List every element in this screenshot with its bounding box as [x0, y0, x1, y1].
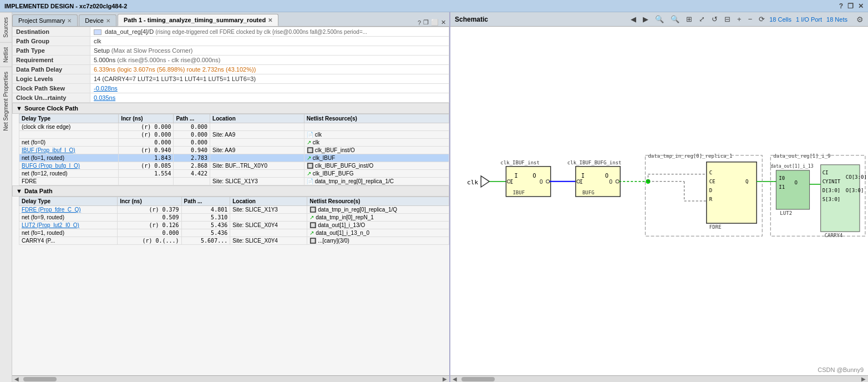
fdre-link[interactable]: FDRE (Prop_fdre_C_Q) [22, 207, 81, 213]
path-cell: 0.000 [174, 139, 210, 147]
ibuf-name-label: IBUF [512, 190, 525, 195]
nav-forward-button[interactable]: ▶ [641, 14, 651, 24]
col-netlist: Netlist Resource(s) [307, 197, 449, 206]
path-cell: 0.940 [174, 147, 210, 154]
chip-icon: 🔲 [309, 207, 316, 213]
fdre-ce-label: CE [709, 179, 715, 184]
reload-button[interactable]: ⟳ [757, 14, 767, 24]
carry4-s-label: S[3:0] [823, 197, 841, 202]
col-path: Path ... [181, 197, 230, 206]
prop-key-clock-uncertainty: Clock Un...rtainty [13, 93, 90, 103]
data-path-collapse-icon: ▼ [16, 188, 22, 194]
table-row: net (fo=0) 0.000 0.000 ↗clk [19, 139, 449, 147]
schematic-hscroll[interactable]: ◀ ▶ [450, 375, 868, 382]
sidebar-item-netlist[interactable]: Netlist [0, 42, 12, 67]
fit-view-button[interactable]: ⊞ [684, 14, 694, 24]
tab-maximize-button[interactable]: ⬜ [431, 19, 439, 26]
bufg-inst-label: clk_IBUF_BUFG_inst [567, 160, 622, 165]
carry4-d-label: D[3:0] [823, 188, 841, 193]
restore-button[interactable]: ❐ [847, 2, 854, 10]
close-button[interactable]: ✕ [858, 2, 864, 10]
nav-back-button[interactable]: ◀ [628, 14, 638, 24]
nets-info[interactable]: 18 Nets [826, 16, 847, 23]
sidebar-item-sources[interactable]: Sources [0, 12, 12, 42]
schematic-toolbar: ◀ ▶ 🔍 🔍 ⊞ ⤢ ↺ ⊟ + − ⟳ 18 Cells 1 I/O Por… [628, 14, 864, 24]
arrow-icon: ↗ [307, 155, 311, 161]
sch-scroll-thumb[interactable] [461, 377, 495, 381]
settings-button[interactable]: ⚙ [856, 15, 864, 24]
properties-table: Destination data_out_reg[4]/D (rising ed… [12, 27, 449, 103]
data-path-section-header[interactable]: ▼ Data Path [12, 185, 449, 197]
path-cell: 4.801 [181, 206, 230, 214]
scroll-right-btn[interactable]: ▶ [440, 376, 449, 382]
schematic-canvas[interactable]: clk I O IBUF clk_IBUF_inst [450, 27, 868, 375]
carry4-cyinit-label: CYINIT [823, 179, 841, 184]
location-cell [210, 154, 304, 162]
prop-val-path-group: clk [90, 37, 449, 46]
chip-icon: 🔲 [307, 147, 313, 153]
carry4-co-label: CO[3:0] [846, 174, 867, 180]
sch-scroll-right[interactable]: ▶ [859, 376, 868, 382]
table-row: FDRE (Prop_fdre_C_Q) (r) 0.379 4.801 Sit… [19, 206, 449, 214]
path-cell: 0.000 [174, 131, 210, 139]
tab-close-panel-button[interactable]: ✕ [441, 19, 446, 26]
delay-type-cell: net (fo=0) [19, 139, 119, 147]
fdre-r-label: R [709, 197, 713, 202]
delay-type-cell: CARRY4 (P... [19, 237, 118, 245]
right-panel: Schematic ◀ ▶ 🔍 🔍 ⊞ ⤢ ↺ ⊟ + − ⟳ 18 Cells… [450, 12, 868, 382]
incr-cell: 1.554 [119, 170, 174, 178]
path-cell: 5.436 [181, 222, 230, 229]
clock-skew-link[interactable]: -0.028ns [94, 85, 118, 92]
tab-help-button[interactable]: ? [418, 19, 421, 26]
minus-button[interactable]: − [746, 14, 755, 24]
col-location: Location [210, 114, 304, 123]
lut2-link[interactable]: LUT2 (Prop_lut2_I0_O) [22, 222, 79, 228]
horizontal-scrollbar[interactable]: ◀ ▶ [12, 375, 449, 382]
ibuf-link[interactable]: IBUF (Prop_ibuf_I_O) [22, 147, 75, 153]
incr-cell: 0.000 [119, 139, 174, 147]
bufg-link[interactable]: BUFG (Prop_bufg_I_O) [22, 163, 80, 169]
sch-scroll-left[interactable]: ◀ [450, 376, 459, 382]
incr-cell: (r) 0.126 [118, 222, 181, 229]
io-port-info[interactable]: 1 I/O Port [796, 16, 822, 23]
netlist-cell: 🔲clk_IBUF_inst/O [304, 147, 449, 154]
sidebar-item-net-segment[interactable]: Net Segment Properties [0, 67, 12, 135]
ibuf-inst-label: clk_IBUF_inst [500, 160, 540, 165]
scroll-left-btn[interactable]: ◀ [12, 376, 21, 382]
prop-val-clock-uncertainty: 0.035ns [90, 93, 449, 103]
chip-icon: 🔲 [309, 238, 316, 244]
expand-button[interactable]: ⤢ [697, 14, 707, 24]
netlist-cell: 📄clk [304, 131, 449, 139]
tab-close-device[interactable]: ✕ [106, 18, 110, 24]
refresh-button[interactable]: ↺ [709, 14, 720, 24]
tab-close-timing[interactable]: ✕ [268, 17, 272, 23]
delay-type-cell [19, 131, 119, 139]
path-cell: 4.422 [174, 170, 210, 178]
clock-uncertainty-link[interactable]: 0.035ns [94, 94, 115, 101]
table-row: net (fo=1, routed) 0.000 5.436 ↗data_out… [19, 229, 449, 237]
tab-project-summary[interactable]: Project Summary ✕ [12, 14, 78, 26]
source-clock-section-header[interactable]: ▼ Source Clock Path [12, 103, 449, 114]
align-button[interactable]: ⊟ [722, 14, 733, 24]
tab-close-project-summary[interactable]: ✕ [67, 18, 72, 24]
arrow-icon: ↗ [307, 139, 311, 145]
scroll-thumb[interactable] [23, 377, 57, 381]
fdre-inst-label: data_tmp_in_reg[0]_replica_1 [648, 153, 732, 159]
tab-restore-button[interactable]: ❐ [423, 19, 429, 26]
table-row: net (fo=12, routed) 1.554 4.422 ↗clk_IBU… [19, 170, 449, 178]
tab-device[interactable]: Device ✕ [79, 14, 116, 26]
prop-val-path-type: Setup (Max at Slow Process Corner) [90, 46, 449, 56]
plus-button[interactable]: + [735, 14, 744, 24]
tab-timing[interactable]: Path 1 - timing_analyze_timing_summary_r… [118, 14, 278, 26]
location-cell [210, 170, 304, 178]
timing-scroll-area[interactable]: Destination data_out_reg[4]/D (rising ed… [12, 27, 449, 375]
col-netlist: Netlist Resource(s) [304, 114, 449, 123]
zoom-out-button[interactable]: 🔍 [653, 14, 666, 24]
carry4-name-label: CARRY4 [825, 233, 843, 238]
title-bar: IMPLEMENTED DESIGN - xc7z020clg484-2 ? ❐… [0, 0, 868, 12]
cells-info[interactable]: 18 Cells [769, 16, 791, 23]
fdre-c-label: C [709, 170, 712, 175]
table-row: net (fo=9, routed) 0.509 5.310 ↗data_tmp… [19, 214, 449, 222]
zoom-in-button[interactable]: 🔍 [668, 14, 682, 24]
help-button[interactable]: ? [839, 2, 843, 10]
